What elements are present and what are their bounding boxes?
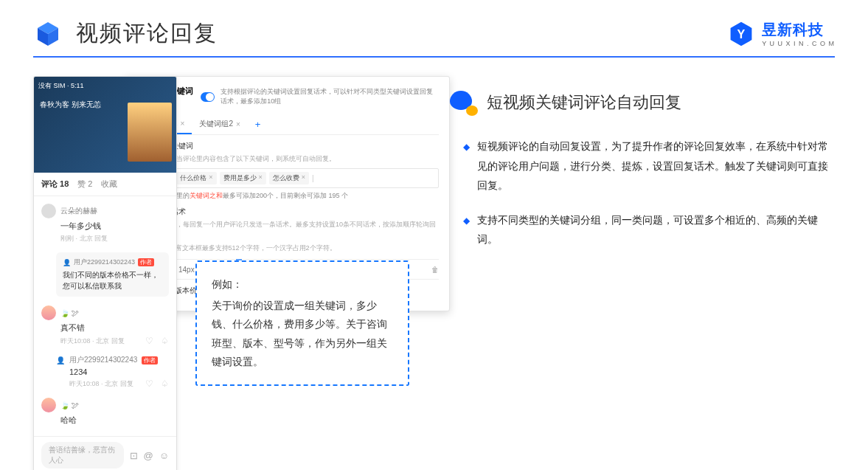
example-callout: 例如： 关于询价的设置成一组关键词，多少钱、什么价格，费用多少等。关于咨询班型、…: [195, 260, 409, 386]
section-label-reply: 设置回复话术: [136, 207, 439, 217]
cube-icon: [33, 19, 63, 49]
author-reply: 👤用户2299214302243 作者 我们不同的版本价格不一样，您可以私信联系…: [56, 252, 169, 297]
page-title: 视频评论回复: [76, 18, 218, 49]
brand-logo-block: Y 昱新科技 Y U U X I N . C O M: [728, 20, 835, 47]
comment-item: 🍃 🕊 真不错 昨天10:08 · 北京 回复♡♤: [34, 301, 176, 350]
comments-tab[interactable]: 评论 18: [41, 179, 69, 190]
like-icon[interactable]: ♡: [145, 336, 153, 346]
like-icon[interactable]: ♡: [145, 379, 153, 389]
section-desc-keywords: 设置关键词，当评论里内容包含了以下关键词，则系统可自动回复。: [136, 154, 439, 164]
keyword-chip[interactable]: 什么价格×: [176, 172, 216, 184]
keyword-chip[interactable]: 费用是多少×: [220, 172, 266, 184]
dislike-icon[interactable]: ♤: [161, 336, 169, 346]
avatar: [41, 398, 56, 412]
svg-text:Y: Y: [737, 27, 746, 41]
brand-logo-icon: Y: [728, 21, 754, 47]
comment-input[interactable]: 善语结善缘，恶言伤人心: [41, 442, 124, 469]
close-icon[interactable]: ×: [236, 120, 240, 128]
auto-reply-toggle[interactable]: [201, 92, 215, 102]
mention-icon[interactable]: @: [144, 450, 153, 461]
video-thumbnail: [128, 103, 172, 162]
delete-button[interactable]: 🗑: [431, 266, 439, 274]
fav-tab[interactable]: 收藏: [101, 179, 117, 190]
diamond-icon: ◆: [463, 139, 470, 196]
keyword-group-tab-2[interactable]: 关键词组2×: [192, 114, 247, 134]
author-badge: 作者: [138, 258, 154, 266]
chat-bubble-icon: [450, 91, 476, 114]
status-bar: 没有 SIM · 5:11: [38, 81, 172, 91]
keyword-chip[interactable]: 怎么收费×: [269, 172, 309, 184]
avatar: [41, 204, 56, 218]
video-caption: 春秋为客 别来无恙: [40, 99, 101, 110]
example-body: 关于询价的设置成一组关键词，多少钱、什么价格，费用多少等。关于咨询班型、版本、型…: [212, 297, 393, 371]
section-heading: 短视频关键词评论自动回复: [487, 91, 681, 114]
section-desc-reply: 设置回复话术，每回复一个用户评论只发送一条话术。最多支持设置10条不同话术，按添…: [136, 220, 439, 239]
sub-comment-item: 👤用户2299214302243 作者 1234 昨天10:08 · 北京 回复…: [34, 350, 176, 393]
image-icon[interactable]: ⊡: [130, 450, 138, 461]
comment-item: 云朵的赫赫 一年多少钱 刚刚 · 北京 回复: [34, 199, 176, 248]
close-icon[interactable]: ×: [181, 120, 185, 128]
keyword-limit-note: 所有关键词组里的关键词之和最多可添加200个，目前剩余可添加 195 个: [136, 191, 439, 201]
comment-item: 🍃 🕊 哈哈: [34, 393, 176, 430]
char-limit-tip: 1 提示：一个富文本框最多支持512个字符，一个汉字占用2个字符。: [136, 243, 439, 253]
brand-name-cn: 昱新科技: [762, 20, 835, 40]
diamond-icon: ◆: [463, 212, 470, 249]
add-group-button[interactable]: +: [248, 114, 268, 134]
dislike-icon[interactable]: ♤: [161, 379, 169, 389]
keyword-chip-input[interactable]: 多少钱× 什么价格× 费用是多少× 怎么收费× |: [136, 168, 439, 188]
feature-bullet: ◆ 支持不同类型的关键词分组，同一类问题，可设置多个相近的、高频的关键词。: [450, 210, 835, 249]
emoji-icon[interactable]: ☺: [159, 450, 169, 461]
section-label-keywords: 设置评论关键词: [136, 141, 439, 151]
avatar: [41, 305, 56, 320]
panel-desc: 支持根据评论的关键词设置回复话术，可以针对不同类型关键词设置回复话术，最多添加1…: [221, 87, 439, 106]
mobile-preview: 没有 SIM · 5:11 春秋为客 别来无恙 评论 18 赞 2 收藏 云朵的…: [33, 76, 177, 470]
feature-bullet: ◆ 短视频评论的自动回复设置，为了提升作者的评论回复效率，在系统中针对常见的评论…: [450, 136, 835, 196]
brand-name-en: Y U U X I N . C O M: [762, 40, 835, 47]
likes-tab[interactable]: 赞 2: [77, 179, 92, 190]
example-heading: 例如：: [212, 275, 393, 294]
